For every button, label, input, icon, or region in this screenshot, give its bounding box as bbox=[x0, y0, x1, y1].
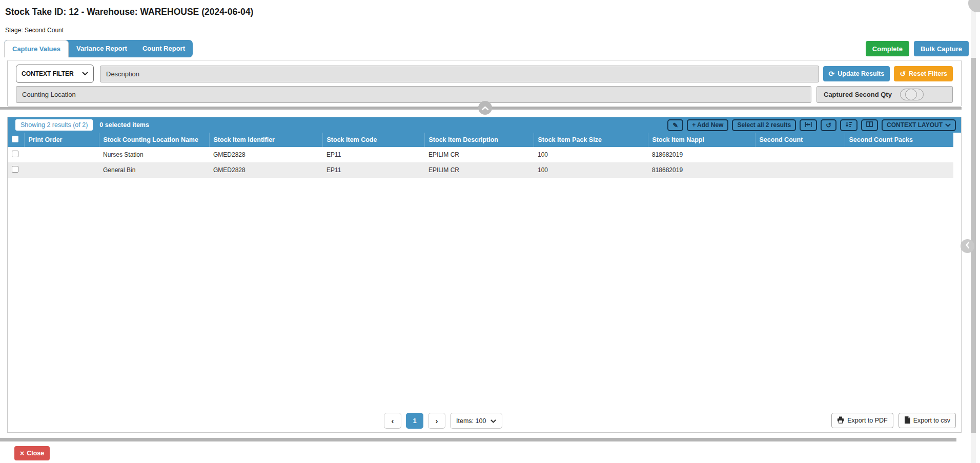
columns-button[interactable] bbox=[861, 119, 878, 131]
results-panel: Showing 2 results (of 2) 0 selected item… bbox=[7, 117, 962, 433]
toggle-knob bbox=[905, 89, 917, 100]
cell-nappi: 818682019 bbox=[648, 162, 755, 178]
reset-filters-button[interactable]: ↺ Reset Filters bbox=[894, 66, 953, 81]
description-filter-input[interactable] bbox=[100, 66, 819, 82]
cell-print-order bbox=[24, 147, 99, 162]
page-1-button[interactable]: 1 bbox=[406, 413, 423, 429]
arrows-horizontal-icon bbox=[805, 121, 812, 129]
cell-item-code: EP11 bbox=[322, 162, 424, 178]
row-checkbox[interactable] bbox=[12, 151, 18, 157]
page-title: Stock Take ID: 12 - Warehouse: WAREHOUSE… bbox=[5, 7, 253, 17]
table-row[interactable]: General Bin GMED2828 EP11 EPILIM CR 100 … bbox=[8, 162, 953, 178]
cell-nappi: 818682019 bbox=[648, 147, 755, 162]
cell-location-name: General Bin bbox=[99, 162, 209, 178]
reset-grid-button[interactable]: ↺ bbox=[821, 119, 836, 131]
edit-button[interactable]: ✎ bbox=[667, 119, 683, 131]
csv-file-icon bbox=[904, 416, 910, 425]
column-header-nappi[interactable]: Stock Item Nappi bbox=[648, 133, 755, 147]
close-icon: × bbox=[20, 450, 24, 457]
column-header-item-identifier[interactable]: Stock Item Identifier bbox=[209, 133, 322, 147]
prev-page-button[interactable]: ‹ bbox=[384, 413, 401, 429]
rotate-left-icon: ↺ bbox=[826, 122, 831, 129]
column-header-second-count-packs[interactable]: Second Count Packs bbox=[845, 133, 953, 147]
select-all-checkbox[interactable] bbox=[12, 136, 18, 142]
items-per-page-select[interactable]: Items: 100 bbox=[450, 413, 502, 429]
add-new-button[interactable]: + Add New bbox=[687, 119, 728, 131]
column-header-print-order[interactable]: Print Order bbox=[24, 133, 99, 147]
tab-variance-report[interactable]: Variance Report bbox=[69, 40, 135, 57]
export-csv-button[interactable]: Export to csv bbox=[899, 413, 956, 428]
selected-count-label: 0 selected items bbox=[99, 121, 149, 129]
context-layout-select[interactable]: CONTEXT LAYOUT bbox=[882, 119, 956, 131]
cell-item-description: EPILIM CR bbox=[424, 162, 534, 178]
context-filter-label: CONTEXT FILTER bbox=[22, 70, 74, 77]
export-buttons: Export to PDF Export to csv bbox=[831, 413, 956, 428]
cell-item-code: EP11 bbox=[322, 147, 424, 162]
pencil-square-icon: ✎ bbox=[672, 122, 678, 129]
export-pdf-button[interactable]: Export to PDF bbox=[831, 413, 893, 428]
corner-floating-button[interactable] bbox=[968, 0, 980, 12]
cell-second-count bbox=[755, 147, 845, 162]
undo-icon: ↺ bbox=[900, 70, 906, 77]
filter-row-2: Captured Second Qty bbox=[16, 86, 953, 103]
chevron-left-icon bbox=[965, 241, 970, 251]
close-button[interactable]: × Close bbox=[14, 446, 50, 460]
cell-second-count-packs bbox=[845, 147, 953, 162]
next-page-button[interactable]: › bbox=[428, 413, 445, 429]
refresh-icon: ⟳ bbox=[829, 70, 835, 77]
header-select-all-cell bbox=[8, 133, 24, 147]
side-panel-handle[interactable] bbox=[961, 239, 974, 253]
results-table: Print Order Stock Counting Location Name… bbox=[8, 133, 953, 178]
tab-count-report[interactable]: Count Report bbox=[135, 40, 193, 57]
update-results-button[interactable]: ⟳ Update Results bbox=[823, 66, 890, 81]
context-filter-select[interactable]: CONTEXT FILTER bbox=[16, 65, 94, 83]
horizontal-scrollbar[interactable] bbox=[0, 438, 956, 441]
sort-button[interactable] bbox=[840, 119, 858, 131]
cell-item-identifier: GMED2828 bbox=[209, 147, 322, 162]
cell-second-count-packs bbox=[845, 162, 953, 178]
column-header-item-code[interactable]: Stock Item Code bbox=[322, 133, 424, 147]
captured-second-qty-label: Captured Second Qty bbox=[824, 91, 892, 98]
row-checkbox[interactable] bbox=[12, 166, 18, 173]
sort-amount-icon bbox=[845, 121, 852, 129]
select-all-button[interactable]: Select all 2 results bbox=[732, 119, 796, 131]
printer-icon bbox=[837, 416, 844, 425]
fit-columns-button[interactable] bbox=[800, 119, 817, 131]
columns-icon bbox=[866, 121, 873, 129]
cell-print-order bbox=[24, 162, 99, 178]
results-count-badge: Showing 2 results (of 2) bbox=[15, 119, 93, 131]
chevron-down-icon bbox=[945, 121, 951, 129]
captured-second-qty-filter: Captured Second Qty bbox=[816, 86, 953, 103]
collapse-filters-handle[interactable] bbox=[478, 101, 492, 115]
counting-location-filter-input[interactable] bbox=[16, 86, 811, 103]
column-header-location-name[interactable]: Stock Counting Location Name bbox=[99, 133, 209, 147]
chevron-down-icon bbox=[491, 417, 496, 425]
cell-pack-size: 100 bbox=[534, 147, 648, 162]
table-header-row: Print Order Stock Counting Location Name… bbox=[8, 133, 953, 147]
complete-button[interactable]: Complete bbox=[866, 41, 909, 56]
cell-pack-size: 100 bbox=[534, 162, 648, 178]
pagination: ‹ 1 › Items: 100 bbox=[384, 413, 502, 429]
captured-second-qty-toggle[interactable] bbox=[900, 89, 924, 100]
row-select-cell bbox=[8, 162, 24, 178]
stage-label: Stage: Second Count bbox=[5, 27, 64, 34]
chevron-down-icon bbox=[82, 70, 88, 77]
filter-buttons: ⟳ Update Results ↺ Reset Filters bbox=[823, 66, 953, 81]
filter-panel: CONTEXT FILTER ⟳ Update Results ↺ Reset … bbox=[7, 60, 962, 107]
grid-toolbar: Showing 2 results (of 2) 0 selected item… bbox=[8, 117, 961, 133]
table-row[interactable]: Nurses Station GMED2828 EP11 EPILIM CR 1… bbox=[8, 147, 953, 162]
chevron-up-icon bbox=[481, 103, 489, 113]
row-select-cell bbox=[8, 147, 24, 162]
bulk-capture-button[interactable]: Bulk Capture bbox=[914, 41, 969, 56]
cell-second-count bbox=[755, 162, 845, 178]
header-actions: Complete Bulk Capture bbox=[866, 41, 969, 56]
filter-row-1: CONTEXT FILTER ⟳ Update Results ↺ Reset … bbox=[16, 64, 953, 83]
cell-item-identifier: GMED2828 bbox=[209, 162, 322, 178]
column-header-pack-size[interactable]: Stock Item Pack Size bbox=[534, 133, 648, 147]
tab-bar: Capture Values Variance Report Count Rep… bbox=[4, 40, 193, 57]
column-header-item-description[interactable]: Stock Item Description bbox=[424, 133, 534, 147]
cell-item-description: EPILIM CR bbox=[424, 147, 534, 162]
cell-location-name: Nurses Station bbox=[99, 147, 209, 162]
column-header-second-count[interactable]: Second Count bbox=[755, 133, 845, 147]
tab-capture-values[interactable]: Capture Values bbox=[4, 40, 69, 57]
